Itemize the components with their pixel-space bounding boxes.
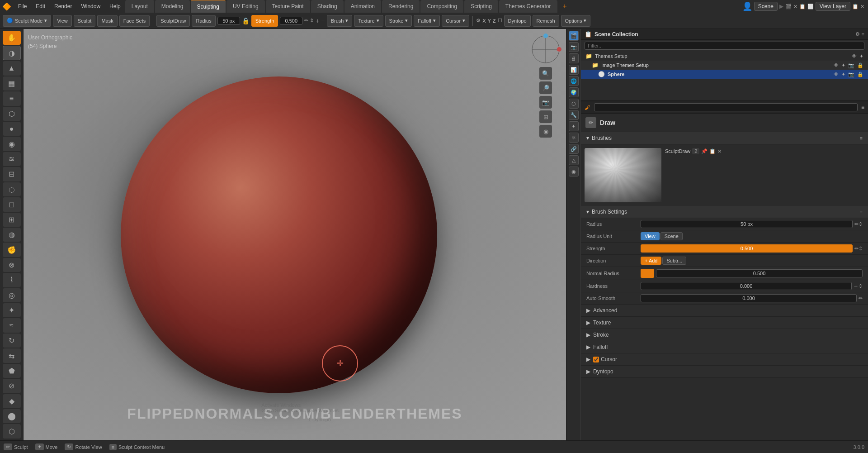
view-menu[interactable]: View bbox=[53, 15, 72, 27]
strength-btn[interactable]: Strength bbox=[251, 15, 278, 27]
img-themes-lock-icon[interactable]: 🔒 bbox=[857, 62, 863, 68]
tool-scrape[interactable]: ◻ bbox=[3, 197, 21, 211]
scene-name[interactable]: Scene bbox=[754, 2, 778, 11]
radius-label-btn[interactable]: Radius bbox=[192, 15, 215, 27]
menu-render[interactable]: Render bbox=[50, 0, 76, 13]
tool-boundary[interactable]: ⬟ bbox=[3, 364, 21, 378]
radius-link-icon[interactable]: ⇕ bbox=[859, 221, 863, 227]
tool-slide-relax[interactable]: ⇆ bbox=[3, 348, 21, 362]
rotate-view-status-item[interactable]: ↻ Rotate View bbox=[65, 443, 102, 450]
world-icon[interactable]: 🌍 bbox=[569, 87, 579, 97]
dyntopo-section[interactable]: ▶ Dyntopo bbox=[581, 366, 868, 378]
auto-smooth-value[interactable]: 0.000 bbox=[641, 294, 857, 302]
tool-clay-strips[interactable]: ▦ bbox=[3, 76, 21, 91]
tab-compositing[interactable]: Compositing bbox=[420, 0, 463, 13]
scene-props-icon[interactable]: 🎬 bbox=[569, 31, 579, 41]
menu-edit[interactable]: Edit bbox=[31, 0, 50, 13]
stroke-section[interactable]: ▶ Stroke bbox=[581, 329, 868, 341]
properties-menu-icon[interactable]: ≡ bbox=[861, 104, 864, 110]
tab-sculpting[interactable]: Sculpting bbox=[191, 0, 226, 13]
main-viewport[interactable]: User Orthographic (54) Sphere FLIPPEDNOR… bbox=[24, 29, 566, 440]
view-layer-close[interactable]: ✕ bbox=[860, 4, 864, 10]
brush-settings-menu-icon[interactable]: ≡ bbox=[860, 209, 863, 215]
outliner-item-image-themes-setup[interactable]: 📁 Image Themes Setup 👁 ✦ 📷 🔒 bbox=[581, 61, 868, 70]
cursor-section[interactable]: ▶ Cursor bbox=[581, 353, 868, 366]
tool-elastic[interactable]: ⊗ bbox=[3, 258, 21, 272]
camera-view-btn[interactable]: 📷 bbox=[539, 96, 552, 109]
direction-subtract-btn[interactable]: Subtr... bbox=[662, 257, 686, 265]
tool-mask[interactable]: ⬤ bbox=[3, 409, 21, 423]
tab-themes-generator[interactable]: Themes Generator bbox=[499, 0, 557, 13]
output-icon[interactable]: 🖨 bbox=[569, 53, 579, 63]
radius-edit-icon[interactable]: ✏ bbox=[854, 221, 859, 227]
themes-setup-sel-icon[interactable]: ✦ bbox=[859, 53, 863, 59]
tool-flatten[interactable]: ⊟ bbox=[3, 167, 21, 181]
view-layer-name[interactable]: View Layer bbox=[816, 2, 850, 11]
menu-help[interactable]: Help bbox=[105, 0, 125, 13]
menu-file[interactable]: File bbox=[14, 0, 31, 13]
sphere-sel-icon[interactable]: ✦ bbox=[841, 72, 845, 77]
strength-value[interactable]: 0.500 bbox=[280, 17, 302, 25]
outliner-settings-icon[interactable]: ≡ bbox=[862, 31, 864, 37]
advanced-section[interactable]: ▶ Advanced bbox=[581, 305, 868, 317]
hardness-prop-value[interactable]: 0.000 bbox=[641, 282, 852, 290]
sculpt-menu[interactable]: Sculpt bbox=[74, 15, 96, 27]
tab-shading[interactable]: Shading bbox=[311, 0, 344, 13]
tool-crease[interactable]: ◉ bbox=[3, 137, 21, 151]
dyntopo-btn[interactable]: Dyntopo bbox=[504, 15, 531, 27]
tool-smooth[interactable]: ≋ bbox=[3, 152, 21, 166]
tab-uv-editing[interactable]: UV Editing bbox=[226, 0, 265, 13]
view-layer-icon[interactable]: 📊 bbox=[569, 65, 579, 75]
radius-value[interactable]: 50 px bbox=[217, 17, 240, 25]
hardness-link-icon[interactable]: ⇕ bbox=[859, 283, 863, 289]
texture-menu[interactable]: Texture▾ bbox=[354, 15, 383, 27]
tab-texture-paint[interactable]: Texture Paint bbox=[266, 0, 310, 13]
properties-search[interactable] bbox=[594, 103, 858, 111]
tool-blob[interactable]: ● bbox=[3, 122, 21, 136]
auto-smooth-edit-icon[interactable]: ✏ bbox=[859, 296, 863, 301]
tool-clay[interactable]: ▲ bbox=[3, 61, 21, 75]
brush-delete-icon[interactable]: ✕ bbox=[717, 148, 722, 154]
outliner-item-sphere[interactable]: ⚪ Sphere 👁 ✦ 📷 🔒 bbox=[581, 70, 868, 79]
mask-menu[interactable]: Mask bbox=[97, 15, 117, 27]
tab-rendering[interactable]: Rendering bbox=[382, 0, 420, 13]
stroke-menu[interactable]: Stroke▾ bbox=[385, 15, 412, 27]
falloff-menu[interactable]: Falloff▾ bbox=[414, 15, 440, 27]
brush-copy-icon[interactable]: 📋 bbox=[709, 148, 716, 154]
remesh-btn[interactable]: Remesh bbox=[533, 15, 559, 27]
themes-setup-vis-icon[interactable]: 👁 bbox=[852, 53, 857, 59]
mode-selector[interactable]: 🔵 Sculpt Mode ▾ bbox=[3, 15, 51, 27]
scene-icon[interactable]: 🌐 bbox=[569, 76, 579, 86]
tool-draw-face[interactable]: ⬡ bbox=[3, 424, 21, 438]
sphere-lock-icon[interactable]: 🔒 bbox=[857, 72, 863, 77]
sculpt-status-item[interactable]: ✏ Sculpt bbox=[4, 443, 28, 450]
render-icon[interactable]: 📷 bbox=[569, 42, 579, 52]
material-icon[interactable]: ◉ bbox=[569, 167, 579, 176]
grid-view-btn[interactable]: ⊞ bbox=[539, 110, 552, 123]
tool-pinch[interactable]: ◍ bbox=[3, 228, 21, 242]
texture-section[interactable]: ▶ Texture bbox=[581, 317, 868, 329]
context-menu-status-item[interactable]: ≡ Sculpt Context Menu bbox=[109, 444, 165, 450]
img-themes-cam-icon[interactable]: 📷 bbox=[848, 62, 854, 68]
options-btn[interactable]: Options▾ bbox=[561, 15, 591, 27]
tool-multiplane[interactable]: ⊞ bbox=[3, 213, 21, 227]
tool-layer[interactable]: ≡ bbox=[3, 91, 21, 105]
tool-rotate[interactable]: ↻ bbox=[3, 334, 21, 348]
overlay-btn[interactable]: ◉ bbox=[539, 125, 552, 138]
tool-simplify[interactable]: ◆ bbox=[3, 394, 21, 408]
brush-pin-icon[interactable]: 📌 bbox=[701, 148, 708, 154]
brush-name-field[interactable]: SculptDraw bbox=[156, 15, 190, 27]
tool-inflate[interactable]: ⬡ bbox=[3, 107, 21, 121]
object-data-icon[interactable]: △ bbox=[569, 155, 579, 165]
tab-scripting[interactable]: Scripting bbox=[464, 0, 498, 13]
outliner-item-themes-setup[interactable]: 📁 Themes Setup 👁 ✦ bbox=[581, 52, 868, 61]
brush-settings-section-header[interactable]: ▾ Brush Settings ≡ bbox=[581, 206, 868, 218]
brush-menu[interactable]: Brush▾ bbox=[327, 15, 353, 27]
tab-animation[interactable]: Animation bbox=[344, 0, 381, 13]
tool-fill[interactable]: ◌ bbox=[3, 182, 21, 196]
tool-pose[interactable]: ✦ bbox=[3, 303, 21, 317]
constraints-icon[interactable]: 🔗 bbox=[569, 144, 579, 154]
strength-link-icon[interactable]: ⇕ bbox=[859, 246, 863, 252]
tool-thumb[interactable]: ◎ bbox=[3, 288, 21, 302]
brushes-menu-icon[interactable]: ≡ bbox=[860, 135, 863, 141]
